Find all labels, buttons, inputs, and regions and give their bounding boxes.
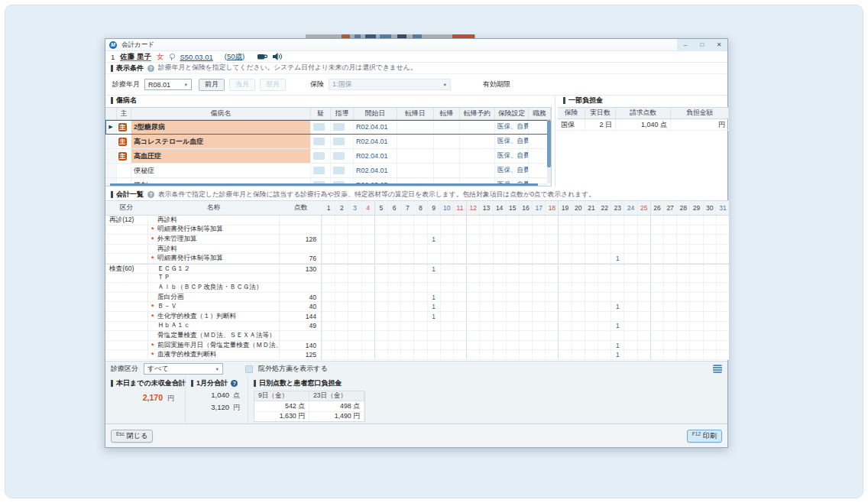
day-count-cell	[506, 312, 519, 321]
day-count-cell	[361, 341, 374, 350]
disease-table: 主 傷病名 疑 指導 開始日 転帰日 転帰 転帰予約 保険設定 職務 ▶主2型糖…	[105, 107, 552, 187]
accounting-row[interactable]: 骨塩定量検査（ＭＤ法、ＳＥＸＡ法等）	[105, 331, 729, 341]
suspect-checkbox[interactable]	[313, 138, 325, 145]
menu-icon[interactable]	[713, 365, 722, 373]
day-count-cell	[611, 226, 623, 235]
accounting-row[interactable]: ＨｂＡ１ｃ491	[105, 322, 729, 332]
daily-points-row: 542 点 498 点	[254, 401, 364, 411]
day-count-cell	[400, 350, 413, 359]
treatment-category-select[interactable]: すべて ▼	[144, 363, 223, 375]
accounting-row[interactable]: *明細書発行体制等加算	[105, 226, 729, 235]
day-count-cell	[676, 341, 689, 350]
day-count-cell	[716, 274, 729, 283]
print-button[interactable]: F12 印刷	[687, 430, 722, 443]
minimize-button[interactable]: –	[677, 39, 694, 51]
patient-age-link[interactable]: (50歳)	[225, 52, 245, 62]
help-icon[interactable]: ?	[147, 191, 154, 198]
key-hint: F12	[692, 431, 701, 436]
day-count-cell	[493, 341, 506, 350]
item-name: Ｂ－Ｖ	[157, 302, 177, 311]
day-column-header: 19	[558, 201, 571, 215]
category-cell	[105, 293, 147, 302]
item-name-cell: *Ｂ－Ｖ	[147, 302, 280, 311]
day-count-cell	[585, 264, 598, 274]
disease-row[interactable]: 便秘症R02.04.01医保、自費	[105, 164, 551, 178]
patient-birthdate-link[interactable]: S50.03.01	[180, 53, 212, 61]
item-name-cell: *明細書発行体制等加算	[147, 226, 280, 235]
accounting-row[interactable]: 再診(12)再診料	[105, 216, 729, 226]
day-count-cell	[440, 331, 453, 340]
accounting-row[interactable]: *血液学的検査判断料1251	[105, 350, 729, 360]
app-logo-icon: M	[109, 41, 117, 49]
day-count-cell	[453, 264, 466, 274]
day-count-cell	[361, 226, 374, 235]
accounting-row[interactable]: *外来管理加算1281	[105, 235, 729, 245]
disease-row[interactable]: 主高血圧症R02.04.01医保、自費	[105, 149, 551, 164]
day-count-cell	[545, 302, 558, 311]
patient-name-link[interactable]: 佐藤 里子	[120, 52, 151, 61]
accounting-row[interactable]: ＴＰ	[105, 274, 729, 284]
help-icon[interactable]: ?	[231, 380, 238, 387]
day-count-cell	[387, 350, 400, 359]
day-column-header: 28	[676, 201, 689, 215]
insurance-select[interactable]: 1:国保 ▼	[329, 79, 451, 90]
day-column-header: 2	[335, 201, 348, 215]
guidance-checkbox[interactable]	[333, 138, 345, 145]
vertical-scrollbar[interactable]	[547, 120, 551, 183]
accounting-row[interactable]: Ａｌｂ（ＢＣＰ改良法・ＢＣＧ法）	[105, 283, 729, 293]
close-window-button[interactable]: Esc 閉じる	[111, 430, 153, 443]
burden-insurance: 国保	[558, 119, 585, 130]
day-count-cell	[637, 274, 650, 283]
cup-icon[interactable]	[257, 53, 267, 60]
day-count-cell	[623, 245, 636, 254]
current-month-button[interactable]: 当月	[229, 79, 255, 91]
accounting-row[interactable]: 蛋白分画401	[105, 293, 729, 303]
suspect-checkbox[interactable]	[313, 152, 325, 160]
external-prescription-checkbox[interactable]	[245, 365, 253, 373]
day-count-cell	[427, 254, 440, 263]
column-header	[105, 108, 117, 119]
day-count-cell	[361, 216, 374, 225]
guidance-checkbox[interactable]	[333, 123, 345, 131]
accounting-row[interactable]: *前回実施年月日（骨塩定量検査（ＭＤ法、Ｓ…1401	[105, 341, 729, 351]
help-icon[interactable]: ?	[147, 65, 154, 72]
day-count-cell	[466, 245, 479, 254]
accounting-row[interactable]: 再診料	[105, 245, 729, 255]
maximize-button[interactable]: □	[694, 39, 711, 51]
prev-month-button[interactable]: 前月	[199, 79, 225, 91]
item-name-cell: *明細書発行体制等加算	[147, 254, 280, 263]
disease-row[interactable]: ▶主2型糖尿病R02.04.01医保、自費	[105, 120, 551, 135]
day-count-cell	[479, 235, 492, 244]
outcome-date	[397, 149, 434, 163]
accounting-row[interactable]: *明細書発行体制等加算761	[105, 254, 729, 264]
scrollbar-thumb[interactable]	[110, 183, 539, 186]
guidance-checkbox[interactable]	[333, 152, 345, 160]
horizontal-scrollbar[interactable]	[105, 183, 547, 186]
suspect-checkbox[interactable]	[313, 123, 325, 131]
day-column-header: 31	[716, 201, 729, 215]
day-count-cell	[466, 274, 479, 283]
day-count-cell	[466, 331, 479, 340]
disease-row[interactable]: 主高コレステロール血症R02.04.01医保、自費	[105, 135, 551, 149]
day-count-cell	[400, 331, 413, 340]
day-count-cell	[572, 302, 585, 311]
accounting-row[interactable]: *生化学的検査（１）判断料1441	[105, 312, 729, 322]
treatment-month-select[interactable]: R08.01 ▼	[144, 79, 192, 90]
guidance-checkbox[interactable]	[333, 167, 345, 174]
day-count-cell	[703, 283, 716, 292]
suspect-checkbox[interactable]	[313, 167, 325, 174]
day-count-cell	[519, 235, 532, 244]
day-count-cell	[572, 283, 585, 292]
item-name: 再診料	[157, 245, 177, 254]
close-button[interactable]: ✕	[711, 39, 727, 51]
row-selector-icon: ▶	[105, 120, 117, 134]
accounting-row[interactable]: *Ｂ－Ｖ4011	[105, 302, 729, 312]
day-column-header: 4	[361, 201, 374, 215]
scrollbar-thumb[interactable]	[547, 120, 551, 167]
day-count-cell	[479, 226, 492, 235]
speaker-icon[interactable]	[273, 53, 282, 60]
next-month-button[interactable]: 翌月	[260, 79, 286, 91]
day-count-cell	[506, 254, 519, 263]
accounting-row[interactable]: 検査(60)ＥＣＧ１２1301	[105, 264, 729, 274]
burden-row[interactable]: 国保 2 日 1,040 点 円	[558, 119, 729, 131]
